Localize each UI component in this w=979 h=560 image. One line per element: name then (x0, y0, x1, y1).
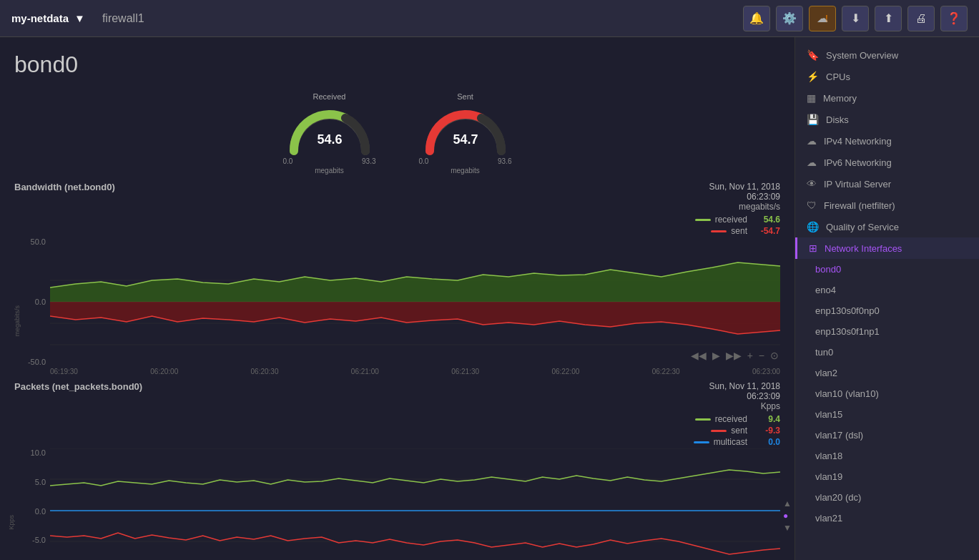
bookmark-icon: 🔖 (807, 49, 819, 61)
sidebar-subitem-vlan17[interactable]: vlan17 (dsl) (795, 425, 979, 446)
sidebar-label-firewall: Firewall (netfilter) (824, 200, 895, 211)
gauges-row: Received 54.6 0.0 93.3 megabits (14, 92, 780, 175)
sent-gauge-unit: megabits (451, 167, 480, 175)
packets-chart-controls: ◀◀ ▶ ▶▶ + − ⊙ (689, 556, 780, 560)
help-button[interactable]: ❓ (940, 6, 968, 31)
packets-chart-info: Sun, Nov 11, 2018 06:23:09 Kpps received… (694, 381, 780, 447)
sidebar-item-system-overview[interactable]: 🔖 System Overview (795, 44, 979, 66)
received-gauge-label: Received (313, 92, 346, 101)
brand-label: my-netdata (11, 12, 69, 24)
sidebar-label-vlan19: vlan19 (815, 471, 842, 482)
sidebar-item-qos[interactable]: 🌐 Quality of Service (795, 216, 979, 237)
brand-menu[interactable]: my-netdata ▼ (11, 12, 85, 24)
packets-y-axis: 10.0 5.0 0.0 -5.0 -10.0 Kpps (14, 448, 50, 560)
packets-zoom-out-button[interactable]: − (757, 556, 766, 560)
packets-zoom-in-button[interactable]: + (746, 556, 754, 560)
packets-unit: Kpps (694, 401, 780, 411)
received-line-indicator (695, 219, 711, 221)
bell-button[interactable]: 🔔 (743, 6, 770, 31)
bandwidth-legend-received: received 54.6 (695, 215, 780, 225)
packets-multicast-indicator (694, 441, 709, 443)
sidebar-subitem-vlan21[interactable]: vlan21 (795, 508, 979, 529)
sidebar: 🔖 System Overview ⚡ CPUs ▦ Memory 💾 Disk… (794, 37, 979, 560)
sidebar-subitem-tun0[interactable]: tun0 (795, 342, 979, 363)
sidebar-subitem-eno4[interactable]: eno4 (795, 280, 979, 300)
received-legend-value: 54.6 (752, 215, 780, 225)
packets-svg (50, 448, 780, 560)
packets-play-button[interactable]: ▶ (711, 556, 722, 560)
sidebar-subitem-enp130s0f1np1[interactable]: enp130s0f1np1 (795, 321, 979, 342)
active-accent-bar (795, 237, 797, 259)
sidebar-item-ip-virtual-server[interactable]: 👁 IP Virtual Server (795, 173, 979, 195)
packets-sent-indicator (711, 430, 727, 432)
rewind-button[interactable]: ◀◀ (689, 348, 708, 363)
chip-icon: ▦ (807, 92, 816, 104)
packets-timestamp: Sun, Nov 11, 2018 (694, 381, 780, 391)
received-legend-label: received (715, 215, 747, 225)
sidebar-subitem-vlan20[interactable]: vlan20 (dc) (795, 487, 979, 508)
sidebar-subitem-vlan19[interactable]: vlan19 (795, 466, 979, 487)
packets-legend-multicast: multicast 0.0 (694, 437, 780, 447)
sidebar-item-ipv4[interactable]: ☁ IPv4 Networking (795, 130, 979, 152)
fast-forward-button[interactable]: ▶▶ (724, 348, 743, 363)
packets-chart-area[interactable]: 06:19:30 06:20:00 06:20:30 06:21:00 06:2… (50, 448, 780, 560)
sidebar-item-memory[interactable]: ▦ Memory (795, 87, 979, 109)
bandwidth-chart-wrapper: 50.0 0.0 -50.0 megabits/s (14, 237, 780, 375)
packets-fast-forward-button[interactable]: ▶▶ (724, 556, 743, 560)
gear-button[interactable]: ⚙️ (776, 6, 803, 31)
bandwidth-legend: received 54.6 sent -54.7 (695, 215, 780, 236)
zoom-out-button[interactable]: − (757, 348, 766, 363)
sidebar-label-tun0: tun0 (815, 347, 833, 358)
upload-button[interactable]: ⬆ (875, 6, 902, 31)
main-layout: bond0 Received 54.6 0.0 93.3 (0, 37, 979, 560)
sidebar-label-enp130s0f1np1: enp130s0f1np1 (815, 326, 880, 337)
play-button[interactable]: ▶ (711, 348, 722, 363)
sidebar-item-network-interfaces-wrapper[interactable]: ⊞ Network Interfaces (795, 237, 979, 259)
page-title: bond0 (14, 51, 780, 78)
sidebar-label-ipv6: IPv6 Networking (824, 157, 892, 168)
packets-received-label: received (715, 414, 747, 424)
sidebar-subitem-bond0[interactable]: bond0 (795, 259, 979, 280)
sent-gauge-bottom: 0.0 93.6 (419, 157, 512, 165)
packets-legend-sent: sent -9.3 (694, 426, 780, 436)
sent-gauge-label: Sent (457, 92, 473, 101)
packets-chart-wrapper: 10.0 5.0 0.0 -5.0 -10.0 Kpps (14, 448, 780, 560)
sent-gauge-svg: 54.7 (419, 102, 512, 156)
sidebar-item-firewall[interactable]: 🛡 Firewall (netfilter) (795, 195, 979, 216)
sidebar-item-network-interfaces[interactable]: ⊞ Network Interfaces (795, 237, 979, 259)
sent-line-indicator (711, 230, 727, 232)
sidebar-label-vlan10: vlan10 (vlan10) (815, 388, 879, 399)
packets-rewind-button[interactable]: ◀◀ (689, 556, 708, 560)
sidebar-subitem-vlan18[interactable]: vlan18 (795, 446, 979, 466)
sent-gauge: Sent 54.7 0.0 93.6 megabits (419, 92, 512, 175)
navbar: my-netdata ▼ firewall1 🔔 ⚙️ ☁ ! ⬇ ⬆ 🖨 ❓ (0, 0, 979, 37)
sidebar-item-ipv6[interactable]: ☁ IPv6 Networking (795, 152, 979, 173)
cloud-ipv6-icon: ☁ (807, 157, 817, 168)
download-button[interactable]: ⬇ (842, 6, 869, 31)
sidebar-subitem-vlan2[interactable]: vlan2 (795, 363, 979, 383)
sidebar-subitem-vlan15[interactable]: vlan15 (795, 404, 979, 425)
sidebar-label-vlan17: vlan17 (dsl) (815, 430, 863, 441)
hdd-icon: 💾 (807, 114, 819, 125)
sidebar-label-vlan2: vlan2 (815, 368, 837, 378)
cloud-warning-button[interactable]: ☁ ! (809, 6, 836, 31)
zoom-in-button[interactable]: + (746, 348, 754, 363)
sidebar-label-system-overview: System Overview (826, 50, 898, 61)
bandwidth-y-axis: 50.0 0.0 -50.0 megabits/s (14, 237, 50, 366)
bandwidth-chart-area[interactable]: 06:19:30 06:20:00 06:20:30 06:21:00 06:2… (50, 237, 780, 375)
sidebar-item-cpus[interactable]: ⚡ CPUs (795, 66, 979, 87)
sidebar-subitem-enp130s0f0np0[interactable]: enp130s0f0np0 (795, 300, 979, 321)
packets-options-button[interactable]: ⊙ (769, 556, 780, 560)
packets-received-value: 9.4 (752, 414, 780, 424)
packets-multicast-label: multicast (714, 437, 747, 447)
packets-chart-title: Packets (net_packets.bond0) (14, 381, 142, 392)
cloud-ipv4-icon: ☁ (807, 135, 817, 147)
packets-chart-section: Packets (net_packets.bond0) Sun, Nov 11,… (14, 381, 780, 560)
svg-marker-6 (50, 262, 780, 302)
sidebar-subitem-vlan10[interactable]: vlan10 (vlan10) (795, 383, 979, 404)
print-button[interactable]: 🖨 (907, 6, 935, 31)
options-button[interactable]: ⊙ (769, 348, 780, 363)
sidebar-label-eno4: eno4 (815, 285, 836, 295)
scroll-indicator[interactable]: ▲ ● ▼ (783, 498, 792, 533)
sidebar-item-disks[interactable]: 💾 Disks (795, 109, 979, 130)
